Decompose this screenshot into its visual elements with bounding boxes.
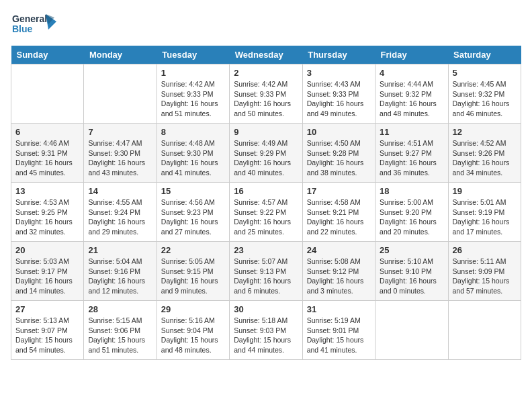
cell-content: Sunrise: 4:58 AM Sunset: 9:21 PM Dayligh… (307, 197, 371, 237)
cell-content: Sunrise: 5:01 AM Sunset: 9:19 PM Dayligh… (453, 197, 517, 237)
day-number: 4 (380, 68, 443, 78)
day-number: 30 (234, 304, 298, 314)
day-number: 22 (161, 245, 225, 255)
calendar-cell: 28Sunrise: 5:15 AM Sunset: 9:06 PM Dayli… (84, 301, 157, 360)
calendar-week-0: 1Sunrise: 4:42 AM Sunset: 9:33 PM Daylig… (11, 64, 521, 124)
svg-text:Blue: Blue (12, 24, 33, 34)
calendar-cell: 19Sunrise: 5:01 AM Sunset: 9:19 PM Dayli… (448, 183, 521, 242)
calendar-cell (375, 301, 448, 360)
day-number: 14 (88, 186, 152, 196)
day-number: 23 (234, 245, 298, 255)
calendar-cell: 22Sunrise: 5:05 AM Sunset: 9:15 PM Dayli… (157, 242, 229, 301)
calendar-cell: 20Sunrise: 5:03 AM Sunset: 9:17 PM Dayli… (11, 242, 84, 301)
cell-content: Sunrise: 5:15 AM Sunset: 9:06 PM Dayligh… (88, 316, 152, 355)
cell-content: Sunrise: 4:47 AM Sunset: 9:30 PM Dayligh… (88, 138, 152, 178)
cell-content: Sunrise: 4:52 AM Sunset: 9:26 PM Dayligh… (453, 138, 517, 178)
day-number: 28 (88, 304, 152, 314)
day-number: 26 (453, 245, 517, 255)
calendar-cell: 23Sunrise: 5:07 AM Sunset: 9:13 PM Dayli… (230, 242, 302, 301)
calendar-cell (11, 64, 84, 124)
calendar-week-4: 27Sunrise: 5:13 AM Sunset: 9:07 PM Dayli… (11, 301, 521, 360)
calendar-cell: 25Sunrise: 5:10 AM Sunset: 9:10 PM Dayli… (375, 242, 448, 301)
cell-content: Sunrise: 5:05 AM Sunset: 9:15 PM Dayligh… (161, 257, 225, 296)
day-number: 12 (453, 127, 517, 137)
header-monday: Monday (84, 46, 157, 64)
calendar-cell: 11Sunrise: 4:51 AM Sunset: 9:27 PM Dayli… (375, 124, 448, 183)
cell-content: Sunrise: 5:07 AM Sunset: 9:13 PM Dayligh… (234, 257, 298, 296)
cell-content: Sunrise: 4:42 AM Sunset: 9:33 PM Dayligh… (234, 79, 298, 119)
calendar-cell: 7Sunrise: 4:47 AM Sunset: 9:30 PM Daylig… (84, 124, 157, 183)
day-number: 2 (234, 68, 298, 78)
calendar-cell: 18Sunrise: 5:00 AM Sunset: 9:20 PM Dayli… (375, 183, 448, 242)
calendar-cell: 26Sunrise: 5:11 AM Sunset: 9:09 PM Dayli… (448, 242, 521, 301)
calendar-cell: 16Sunrise: 4:57 AM Sunset: 9:22 PM Dayli… (230, 183, 302, 242)
day-number: 27 (15, 304, 79, 314)
calendar-cell (84, 64, 157, 124)
day-number: 1 (161, 68, 225, 78)
calendar-cell: 1Sunrise: 4:42 AM Sunset: 9:33 PM Daylig… (157, 64, 229, 124)
cell-content: Sunrise: 5:10 AM Sunset: 9:10 PM Dayligh… (380, 257, 443, 296)
day-number: 15 (161, 186, 225, 196)
day-number: 17 (307, 186, 371, 196)
day-number: 9 (234, 127, 298, 137)
day-number: 7 (88, 127, 152, 137)
calendar-week-1: 6Sunrise: 4:46 AM Sunset: 9:31 PM Daylig… (11, 124, 521, 183)
cell-content: Sunrise: 4:57 AM Sunset: 9:22 PM Dayligh… (234, 197, 298, 237)
calendar-cell: 8Sunrise: 4:48 AM Sunset: 9:30 PM Daylig… (157, 124, 229, 183)
logo: GeneralBlue (11, 11, 58, 38)
cell-content: Sunrise: 4:45 AM Sunset: 9:32 PM Dayligh… (453, 79, 517, 119)
cell-content: Sunrise: 5:13 AM Sunset: 9:07 PM Dayligh… (15, 316, 79, 355)
cell-content: Sunrise: 5:16 AM Sunset: 9:04 PM Dayligh… (161, 316, 225, 355)
day-number: 10 (307, 127, 371, 137)
logo-svg: GeneralBlue (11, 11, 58, 38)
calendar-cell: 21Sunrise: 5:04 AM Sunset: 9:16 PM Dayli… (84, 242, 157, 301)
cell-content: Sunrise: 4:56 AM Sunset: 9:23 PM Dayligh… (161, 197, 225, 237)
calendar-cell: 9Sunrise: 4:49 AM Sunset: 9:29 PM Daylig… (230, 124, 302, 183)
calendar-cell: 12Sunrise: 4:52 AM Sunset: 9:26 PM Dayli… (448, 124, 521, 183)
day-number: 8 (161, 127, 225, 137)
calendar-cell: 10Sunrise: 4:50 AM Sunset: 9:28 PM Dayli… (302, 124, 375, 183)
day-number: 6 (15, 127, 79, 137)
calendar-cell: 14Sunrise: 4:55 AM Sunset: 9:24 PM Dayli… (84, 183, 157, 242)
calendar-cell: 15Sunrise: 4:56 AM Sunset: 9:23 PM Dayli… (157, 183, 229, 242)
day-number: 31 (307, 304, 371, 314)
calendar-cell: 17Sunrise: 4:58 AM Sunset: 9:21 PM Dayli… (302, 183, 375, 242)
calendar-cell: 29Sunrise: 5:16 AM Sunset: 9:04 PM Dayli… (157, 301, 229, 360)
header-friday: Friday (375, 46, 448, 64)
calendar-cell: 6Sunrise: 4:46 AM Sunset: 9:31 PM Daylig… (11, 124, 84, 183)
day-number: 16 (234, 186, 298, 196)
cell-content: Sunrise: 4:44 AM Sunset: 9:32 PM Dayligh… (380, 79, 443, 119)
calendar-cell: 27Sunrise: 5:13 AM Sunset: 9:07 PM Dayli… (11, 301, 84, 360)
day-number: 18 (380, 186, 443, 196)
day-number: 24 (307, 245, 371, 255)
calendar-week-3: 20Sunrise: 5:03 AM Sunset: 9:17 PM Dayli… (11, 242, 521, 301)
cell-content: Sunrise: 4:46 AM Sunset: 9:31 PM Dayligh… (15, 138, 79, 178)
calendar-cell: 13Sunrise: 4:53 AM Sunset: 9:25 PM Dayli… (11, 183, 84, 242)
cell-content: Sunrise: 4:51 AM Sunset: 9:27 PM Dayligh… (380, 138, 443, 178)
cell-content: Sunrise: 4:49 AM Sunset: 9:29 PM Dayligh… (234, 138, 298, 178)
calendar-cell (448, 301, 521, 360)
cell-content: Sunrise: 4:53 AM Sunset: 9:25 PM Dayligh… (15, 197, 79, 237)
header-tuesday: Tuesday (157, 46, 229, 64)
day-number: 11 (380, 127, 443, 137)
calendar-table: SundayMondayTuesdayWednesdayThursdayFrid… (11, 46, 521, 360)
cell-content: Sunrise: 5:19 AM Sunset: 9:01 PM Dayligh… (307, 316, 371, 355)
calendar-cell: 30Sunrise: 5:18 AM Sunset: 9:03 PM Dayli… (230, 301, 302, 360)
calendar-cell: 2Sunrise: 4:42 AM Sunset: 9:33 PM Daylig… (230, 64, 302, 124)
cell-content: Sunrise: 5:08 AM Sunset: 9:12 PM Dayligh… (307, 257, 371, 296)
day-number: 21 (88, 245, 152, 255)
calendar-header-row: SundayMondayTuesdayWednesdayThursdayFrid… (11, 46, 521, 64)
cell-content: Sunrise: 4:42 AM Sunset: 9:33 PM Dayligh… (161, 79, 225, 119)
cell-content: Sunrise: 5:00 AM Sunset: 9:20 PM Dayligh… (380, 197, 443, 237)
day-number: 19 (453, 186, 517, 196)
header-sunday: Sunday (11, 46, 84, 64)
day-number: 13 (15, 186, 79, 196)
cell-content: Sunrise: 4:55 AM Sunset: 9:24 PM Dayligh… (88, 197, 152, 237)
calendar-week-2: 13Sunrise: 4:53 AM Sunset: 9:25 PM Dayli… (11, 183, 521, 242)
svg-text:General: General (12, 13, 47, 24)
cell-content: Sunrise: 5:18 AM Sunset: 9:03 PM Dayligh… (234, 316, 298, 355)
day-number: 29 (161, 304, 225, 314)
day-number: 20 (15, 245, 79, 255)
calendar-cell: 4Sunrise: 4:44 AM Sunset: 9:32 PM Daylig… (375, 64, 448, 124)
calendar-cell: 5Sunrise: 4:45 AM Sunset: 9:32 PM Daylig… (448, 64, 521, 124)
